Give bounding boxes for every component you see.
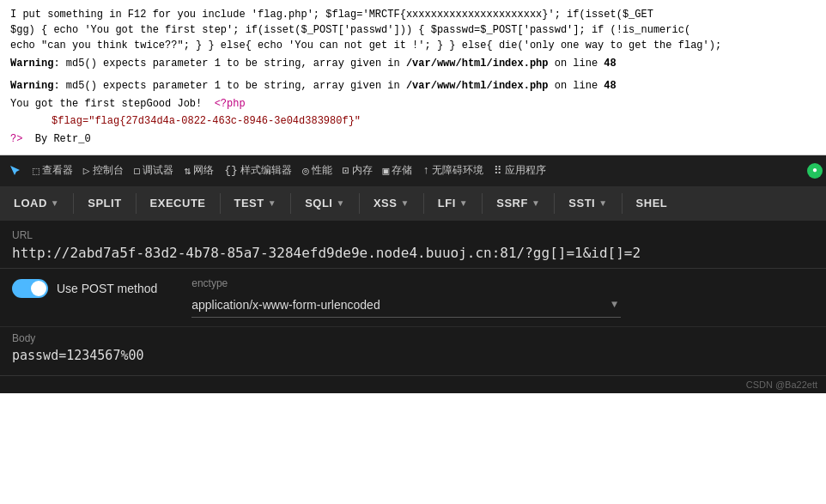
devtools-debugger[interactable]: ◻ 调试器 xyxy=(129,159,179,183)
body-section: Body passwd=1234567%00 xyxy=(0,326,826,375)
status-circle: ● xyxy=(807,163,823,179)
separator-5 xyxy=(359,193,360,214)
footer: CSDN @Ba22ett xyxy=(0,375,826,393)
console-icon: ▷ xyxy=(83,164,90,178)
body-label: Body xyxy=(12,327,814,348)
separator-2 xyxy=(136,193,137,214)
content-area: I put something in F12 for you include '… xyxy=(0,0,826,155)
xss-arrow-icon: ▼ xyxy=(400,198,409,208)
enctype-label: enctype xyxy=(191,277,621,289)
ssti-arrow-icon: ▼ xyxy=(598,198,607,208)
devtools-performance[interactable]: ◎ 性能 xyxy=(297,159,337,183)
toggle-knob xyxy=(31,281,46,296)
main-toolbar: LOAD ▼ SPLIT EXECUTE TEST ▼ SQLI ▼ XSS ▼… xyxy=(0,186,826,221)
post-method-label: Use POST method xyxy=(57,282,157,295)
enctype-value: application/x-www-form-urlencoded xyxy=(191,298,380,312)
test-arrow-icon: ▼ xyxy=(268,198,276,208)
code-line-3: echo "can you think twice??"; } } else{ … xyxy=(10,38,816,53)
inspector-icon: ⬚ xyxy=(33,164,39,178)
devtools-console[interactable]: ▷ 控制台 xyxy=(78,159,129,183)
shell-button[interactable]: SHEL xyxy=(626,190,678,217)
app-icon: ⠿ xyxy=(494,164,502,178)
good-job-line: You got the first stepGood Job! <?php xyxy=(10,95,816,112)
lfi-arrow-icon: ▼ xyxy=(459,198,468,208)
enctype-select[interactable]: application/x-www-form-urlencoded ▼ xyxy=(191,293,621,318)
post-method-toggle-container: Use POST method xyxy=(12,279,157,298)
url-value[interactable]: http://2abd7a5f-83d2-4b78-85a7-3284efd9d… xyxy=(12,245,814,261)
sqli-button[interactable]: SQLI ▼ xyxy=(295,190,355,217)
test-button[interactable]: TEST ▼ xyxy=(224,190,288,217)
xss-button[interactable]: XSS ▼ xyxy=(363,190,420,217)
storage-icon: ▣ xyxy=(383,164,390,178)
separator-7 xyxy=(482,193,483,214)
ssti-button[interactable]: SSTI ▼ xyxy=(558,190,617,217)
controls-row: Use POST method enctype application/x-ww… xyxy=(0,268,826,326)
accessibility-icon: ↑ xyxy=(422,164,429,177)
lfi-button[interactable]: LFI ▼ xyxy=(428,190,478,217)
devtools-network[interactable]: ⇅ 网络 xyxy=(179,159,219,183)
footer-credit: CSDN @Ba22ett xyxy=(746,380,817,390)
url-section: URL http://2abd7a5f-83d2-4b78-85a7-3284e… xyxy=(0,221,826,268)
warning-1: Warning: md5() expects parameter 1 to be… xyxy=(10,55,816,72)
ssrf-arrow-icon: ▼ xyxy=(531,198,540,208)
code-line-1: I put something in F12 for you include '… xyxy=(10,7,816,22)
devtools-app[interactable]: ⠿ 应用程序 xyxy=(489,159,551,183)
network-icon: ⇅ xyxy=(184,164,191,178)
post-method-toggle[interactable] xyxy=(12,279,48,298)
devtools-toolbar: ⬚ 查看器 ▷ 控制台 ◻ 调试器 ⇅ 网络 {} 样式编辑器 ◎ 性能 ⊡ 内… xyxy=(0,155,826,186)
separator-6 xyxy=(423,193,424,214)
body-value[interactable]: passwd=1234567%00 xyxy=(12,348,814,363)
performance-icon: ◎ xyxy=(302,164,309,178)
enctype-dropdown-icon: ▼ xyxy=(611,299,617,311)
separator-9 xyxy=(622,193,623,214)
devtools-style-editor[interactable]: {} 样式编辑器 xyxy=(219,159,297,183)
separator-3 xyxy=(220,193,221,214)
cursor-icon[interactable] xyxy=(3,159,27,183)
separator-8 xyxy=(554,193,555,214)
code-line-2: $gg) { echo 'You got the first step'; if… xyxy=(10,22,816,38)
devtools-storage[interactable]: ▣ 存储 xyxy=(378,159,418,183)
separator-4 xyxy=(290,193,291,214)
style-icon: {} xyxy=(224,164,238,177)
sqli-arrow-icon: ▼ xyxy=(336,198,344,208)
warning-2: Warning: md5() expects parameter 1 to be… xyxy=(10,77,816,94)
load-arrow-icon: ▼ xyxy=(51,198,59,208)
devtools-inspector[interactable]: ⬚ 查看器 xyxy=(27,159,78,183)
flag-line: $flag="flag{27d34d4a-0822-463c-8946-3e04… xyxy=(52,112,816,130)
devtools-memory[interactable]: ⊡ 内存 xyxy=(337,159,378,183)
php-close-line: ?> By Retr_0 xyxy=(10,131,816,148)
split-button[interactable]: SPLIT xyxy=(77,190,131,217)
devtools-accessibility[interactable]: ↑ 无障碍环境 xyxy=(417,159,489,183)
separator-1 xyxy=(73,193,74,214)
ssrf-button[interactable]: SSRF ▼ xyxy=(486,190,550,217)
enctype-section: enctype application/x-www-form-urlencode… xyxy=(191,277,621,318)
url-label: URL xyxy=(12,229,814,241)
execute-button[interactable]: EXECUTE xyxy=(140,190,216,217)
load-button[interactable]: LOAD ▼ xyxy=(3,190,70,217)
debugger-icon: ◻ xyxy=(134,164,141,178)
memory-icon: ⊡ xyxy=(343,164,349,178)
